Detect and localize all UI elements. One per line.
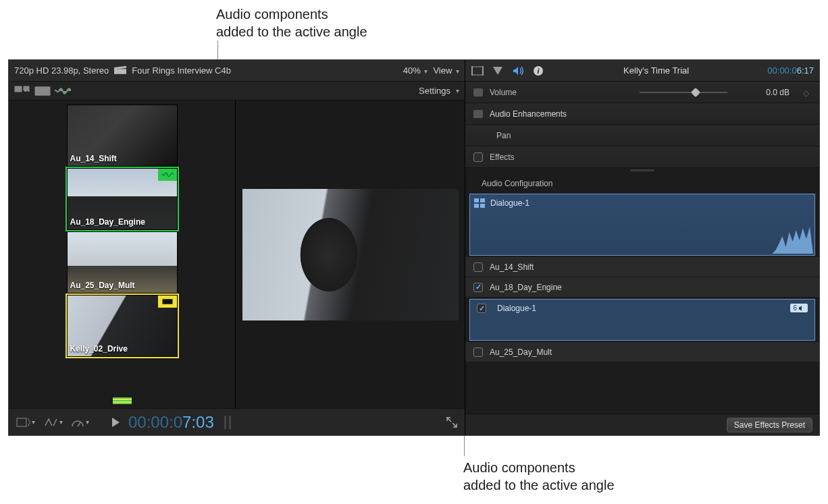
- volume-readout[interactable]: 0.0 dB: [741, 88, 790, 97]
- svg-rect-1: [15, 86, 22, 92]
- dialogue-role-block[interactable]: Dialogue-1: [469, 194, 815, 256]
- clapper-icon: [114, 65, 126, 76]
- skimmer-indicator: [9, 395, 235, 408]
- svg-rect-8: [224, 416, 226, 429]
- view-menu[interactable]: View ▾: [433, 65, 459, 76]
- chevron-down-icon: ▾: [59, 418, 63, 426]
- chevron-down-icon: ▾: [32, 418, 35, 426]
- timecode-dim: 00:00:0: [128, 413, 182, 431]
- component-row-au-18-day-engine[interactable]: Au_18_Day_Engine: [465, 277, 819, 298]
- save-effects-preset-button[interactable]: Save Effects Preset: [727, 418, 812, 432]
- channel-count: 6: [793, 304, 797, 312]
- component-checkbox[interactable]: [473, 347, 483, 357]
- chevron-down-icon: ▾: [456, 87, 459, 94]
- svg-rect-0: [114, 69, 126, 74]
- app-window: 720p HD 23.98p, Stereo Four Rings Interv…: [8, 59, 820, 436]
- angle-label: Au_25_Day_Mult: [70, 281, 135, 290]
- chevron-down-icon: ▾: [86, 418, 89, 426]
- pan-label: Pan: [496, 131, 511, 140]
- svg-rect-16: [480, 198, 485, 202]
- svg-rect-12: [482, 66, 484, 76]
- angle-thumb-au-25-day-mult[interactable]: Au_25_Day_Mult: [67, 231, 178, 293]
- angle-label: Au_18_Day_Engine: [70, 217, 145, 227]
- video-mode-icon[interactable]: [34, 85, 51, 97]
- chevron-down-icon: ▾: [456, 67, 459, 75]
- dialogue-label: Dialogue-1: [490, 198, 529, 208]
- angle-label: Au_14_Shift: [70, 154, 117, 163]
- timecode-bright: 7:03: [182, 413, 214, 431]
- svg-rect-11: [471, 66, 473, 76]
- volume-label: Volume: [490, 88, 517, 97]
- inspector-header: i Kelly's Time Trial 00:00:06:17: [465, 60, 819, 82]
- audio-mode-icon[interactable]: [55, 85, 71, 97]
- speed-gauge-menu[interactable]: ▾: [71, 417, 89, 428]
- svg-rect-2: [36, 87, 49, 95]
- trim-tool-menu[interactable]: ▾: [16, 417, 35, 428]
- viewer-pane: 720p HD 23.98p, Stereo Four Rings Interv…: [9, 60, 465, 435]
- settings-menu[interactable]: Settings: [419, 86, 450, 96]
- volume-slider[interactable]: [640, 92, 727, 93]
- view-label: View: [433, 65, 452, 76]
- timecode-dim: 00:00:0: [767, 65, 796, 76]
- angle-thumb-kelly-02-drive[interactable]: Kelly_02_Drive: [67, 295, 178, 357]
- component-label: Au_25_Day_Mult: [490, 347, 552, 357]
- play-button[interactable]: [111, 417, 120, 428]
- zoom-menu[interactable]: 40% ▾: [403, 65, 428, 76]
- retime-menu[interactable]: ▾: [43, 417, 63, 428]
- audio-inspector-tab[interactable]: [511, 64, 525, 78]
- skimmer-bars-icon: [113, 397, 132, 404]
- component-checkbox[interactable]: [473, 283, 483, 292]
- component-row-au-25-day-mult[interactable]: Au_25_Day_Mult: [465, 342, 819, 362]
- component-label: Au_18_Day_Engine: [490, 283, 562, 292]
- svg-rect-5: [162, 299, 172, 304]
- info-inspector-tab[interactable]: i: [532, 64, 545, 78]
- keyframe-button[interactable]: ◇: [803, 88, 811, 96]
- format-label: 720p HD 23.98p, Stereo: [14, 65, 109, 76]
- audio-active-badge: [158, 169, 177, 181]
- multicam-icon: [474, 198, 485, 208]
- inspector-timecode: 00:00:06:17: [767, 65, 814, 76]
- svg-rect-3: [35, 87, 36, 95]
- transport-timecode[interactable]: 00:00:07:03: [128, 413, 214, 432]
- channel-config-badge[interactable]: 6: [790, 304, 808, 312]
- settings-label: Settings: [419, 86, 450, 96]
- disclosure-icon[interactable]: [473, 110, 483, 118]
- transport-bar: ▾ ▾ ▾ 00:00:07:03: [9, 408, 465, 435]
- disclosure-icon[interactable]: [473, 88, 483, 96]
- audio-enhancements-header[interactable]: Audio Enhancements: [465, 103, 819, 125]
- video-inspector-tab[interactable]: [471, 64, 484, 78]
- component-label: Au_14_Shift: [490, 262, 534, 272]
- slider-knob[interactable]: [691, 87, 700, 96]
- angle-thumb-au-18-day-engine[interactable]: Au_18_Day_Engine: [67, 168, 178, 230]
- inspector-footer: Save Effects Preset: [465, 414, 819, 435]
- svg-line-7: [78, 422, 80, 426]
- effects-checkbox[interactable]: [473, 152, 483, 162]
- nested-dialogue-label: Dialogue-1: [497, 304, 536, 313]
- video-audio-mode-icon[interactable]: [14, 85, 30, 97]
- audio-config-header: Audio Configuration: [465, 172, 819, 192]
- svg-rect-18: [480, 204, 485, 208]
- nested-dialogue-component[interactable]: Dialogue-1 6: [469, 299, 815, 341]
- svg-rect-4: [49, 87, 50, 95]
- audio-meter-icon[interactable]: [222, 414, 233, 430]
- svg-rect-15: [474, 198, 479, 202]
- clip-name: Four Rings Interview C4b: [132, 65, 231, 76]
- annotation-bottom: Audio components added to the active ang…: [463, 459, 615, 494]
- viewer-canvas[interactable]: [236, 101, 465, 408]
- zoom-value: 40%: [403, 65, 421, 76]
- effects-row: Effects: [465, 146, 819, 168]
- angle-label: Kelly_02_Drive: [70, 344, 128, 354]
- enhancements-label: Audio Enhancements: [490, 109, 567, 119]
- fullscreen-button[interactable]: [446, 416, 458, 428]
- generator-inspector-tab[interactable]: [491, 64, 504, 78]
- annotation-top: Audio components added to the active ang…: [216, 5, 367, 40]
- inspector-pane: i Kelly's Time Trial 00:00:06:17 Volume …: [465, 60, 819, 435]
- svg-rect-9: [229, 416, 231, 429]
- pan-row[interactable]: Pan: [465, 125, 819, 146]
- component-checkbox[interactable]: [473, 262, 483, 272]
- svg-rect-6: [17, 418, 26, 426]
- chevron-down-icon: ▾: [424, 67, 428, 75]
- component-checkbox[interactable]: [477, 304, 486, 313]
- component-row-au-14-shift[interactable]: Au_14_Shift: [465, 257, 819, 277]
- angle-thumb-au-14-shift[interactable]: Au_14_Shift: [67, 105, 178, 167]
